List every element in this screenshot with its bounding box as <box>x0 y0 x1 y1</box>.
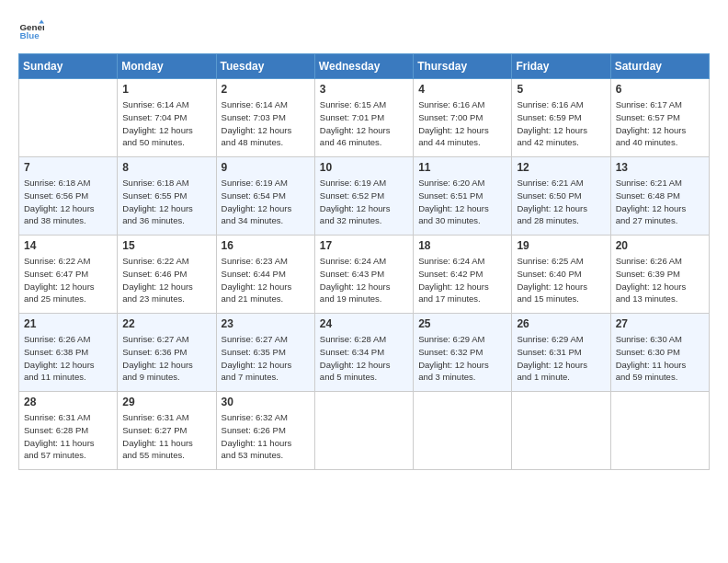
cell-content: Sunrise: 6:19 AM Sunset: 6:52 PM Dayligh… <box>320 177 408 227</box>
day-number: 26 <box>517 317 605 330</box>
day-number: 30 <box>222 396 310 408</box>
calendar-header-monday: Monday <box>118 54 216 79</box>
calendar-cell: 24Sunrise: 6:28 AM Sunset: 6:34 PM Dayli… <box>314 314 413 392</box>
svg-text:Blue: Blue <box>19 30 40 40</box>
calendar-header-row: SundayMondayTuesdayWednesdayThursdayFrid… <box>19 54 710 79</box>
cell-content: Sunrise: 6:27 AM Sunset: 6:36 PM Dayligh… <box>122 333 210 384</box>
calendar-cell: 5Sunrise: 6:16 AM Sunset: 6:59 PM Daylig… <box>512 79 610 157</box>
day-number: 11 <box>418 161 506 174</box>
calendar-cell: 29Sunrise: 6:31 AM Sunset: 6:27 PM Dayli… <box>118 392 216 470</box>
cell-content: Sunrise: 6:29 AM Sunset: 6:31 PM Dayligh… <box>517 333 605 384</box>
logo: General Blue <box>18 18 48 44</box>
cell-content: Sunrise: 6:20 AM Sunset: 6:51 PM Dayligh… <box>418 177 506 227</box>
cell-content: Sunrise: 6:24 AM Sunset: 6:42 PM Dayligh… <box>418 255 506 305</box>
day-number: 13 <box>616 161 704 174</box>
cell-content: Sunrise: 6:17 AM Sunset: 6:57 PM Dayligh… <box>616 98 704 149</box>
cell-content: Sunrise: 6:27 AM Sunset: 6:35 PM Dayligh… <box>222 333 310 384</box>
logo-icon: General Blue <box>18 18 44 44</box>
calendar-cell <box>314 392 413 470</box>
cell-content: Sunrise: 6:22 AM Sunset: 6:47 PM Dayligh… <box>24 255 112 305</box>
day-number: 5 <box>517 83 605 96</box>
calendar-cell: 19Sunrise: 6:25 AM Sunset: 6:40 PM Dayli… <box>512 236 610 314</box>
day-number: 10 <box>320 161 408 174</box>
day-number: 16 <box>222 239 310 252</box>
calendar-header-friday: Friday <box>512 54 610 79</box>
cell-content: Sunrise: 6:30 AM Sunset: 6:30 PM Dayligh… <box>616 333 704 384</box>
calendar-header-tuesday: Tuesday <box>216 54 314 79</box>
day-number: 15 <box>122 239 210 252</box>
cell-content: Sunrise: 6:31 AM Sunset: 6:27 PM Dayligh… <box>122 411 210 462</box>
day-number: 17 <box>320 239 408 252</box>
calendar-cell: 28Sunrise: 6:31 AM Sunset: 6:28 PM Dayli… <box>19 392 118 470</box>
cell-content: Sunrise: 6:18 AM Sunset: 6:56 PM Dayligh… <box>24 177 112 227</box>
calendar-header-saturday: Saturday <box>610 54 709 79</box>
day-number: 14 <box>24 239 112 252</box>
day-number: 27 <box>616 317 704 330</box>
day-number: 22 <box>122 317 210 330</box>
calendar-cell: 15Sunrise: 6:22 AM Sunset: 6:46 PM Dayli… <box>118 236 216 314</box>
day-number: 4 <box>418 83 506 96</box>
calendar-cell: 3Sunrise: 6:15 AM Sunset: 7:01 PM Daylig… <box>314 79 413 157</box>
day-number: 7 <box>24 161 112 174</box>
calendar-week-5: 28Sunrise: 6:31 AM Sunset: 6:28 PM Dayli… <box>19 392 710 470</box>
calendar-cell: 14Sunrise: 6:22 AM Sunset: 6:47 PM Dayli… <box>19 236 118 314</box>
cell-content: Sunrise: 6:16 AM Sunset: 7:00 PM Dayligh… <box>418 98 506 149</box>
cell-content: Sunrise: 6:19 AM Sunset: 6:54 PM Dayligh… <box>222 177 310 227</box>
cell-content: Sunrise: 6:28 AM Sunset: 6:34 PM Dayligh… <box>320 333 408 384</box>
calendar-header-wednesday: Wednesday <box>314 54 413 79</box>
calendar-table: SundayMondayTuesdayWednesdayThursdayFrid… <box>18 53 710 470</box>
cell-content: Sunrise: 6:32 AM Sunset: 6:26 PM Dayligh… <box>222 411 310 462</box>
calendar-week-4: 21Sunrise: 6:26 AM Sunset: 6:38 PM Dayli… <box>19 314 710 392</box>
calendar-cell: 25Sunrise: 6:29 AM Sunset: 6:32 PM Dayli… <box>414 314 512 392</box>
calendar-cell: 6Sunrise: 6:17 AM Sunset: 6:57 PM Daylig… <box>610 79 709 157</box>
cell-content: Sunrise: 6:26 AM Sunset: 6:39 PM Dayligh… <box>616 255 704 305</box>
cell-content: Sunrise: 6:15 AM Sunset: 7:01 PM Dayligh… <box>320 98 408 149</box>
calendar-cell <box>19 79 118 157</box>
calendar-cell: 23Sunrise: 6:27 AM Sunset: 6:35 PM Dayli… <box>216 314 314 392</box>
calendar-cell: 10Sunrise: 6:19 AM Sunset: 6:52 PM Dayli… <box>314 157 413 236</box>
calendar-cell: 22Sunrise: 6:27 AM Sunset: 6:36 PM Dayli… <box>118 314 216 392</box>
calendar-cell: 13Sunrise: 6:21 AM Sunset: 6:48 PM Dayli… <box>610 157 709 236</box>
day-number: 2 <box>222 83 310 96</box>
day-number: 18 <box>418 239 506 252</box>
cell-content: Sunrise: 6:31 AM Sunset: 6:28 PM Dayligh… <box>24 411 112 462</box>
day-number: 1 <box>122 83 210 96</box>
calendar-week-3: 14Sunrise: 6:22 AM Sunset: 6:47 PM Dayli… <box>19 236 710 314</box>
day-number: 8 <box>122 161 210 174</box>
calendar-cell: 21Sunrise: 6:26 AM Sunset: 6:38 PM Dayli… <box>19 314 118 392</box>
cell-content: Sunrise: 6:24 AM Sunset: 6:43 PM Dayligh… <box>320 255 408 305</box>
calendar-cell: 30Sunrise: 6:32 AM Sunset: 6:26 PM Dayli… <box>216 392 314 470</box>
calendar-cell: 20Sunrise: 6:26 AM Sunset: 6:39 PM Dayli… <box>610 236 709 314</box>
calendar-cell: 11Sunrise: 6:20 AM Sunset: 6:51 PM Dayli… <box>414 157 512 236</box>
cell-content: Sunrise: 6:14 AM Sunset: 7:03 PM Dayligh… <box>222 98 310 149</box>
day-number: 6 <box>616 83 704 96</box>
day-number: 28 <box>24 396 112 408</box>
calendar-header-thursday: Thursday <box>414 54 512 79</box>
day-number: 25 <box>418 317 506 330</box>
cell-content: Sunrise: 6:23 AM Sunset: 6:44 PM Dayligh… <box>222 255 310 305</box>
cell-content: Sunrise: 6:16 AM Sunset: 6:59 PM Dayligh… <box>517 98 605 149</box>
day-number: 12 <box>517 161 605 174</box>
calendar-cell: 9Sunrise: 6:19 AM Sunset: 6:54 PM Daylig… <box>216 157 314 236</box>
day-number: 24 <box>320 317 408 330</box>
cell-content: Sunrise: 6:26 AM Sunset: 6:38 PM Dayligh… <box>24 333 112 384</box>
calendar-cell: 7Sunrise: 6:18 AM Sunset: 6:56 PM Daylig… <box>19 157 118 236</box>
calendar-cell: 26Sunrise: 6:29 AM Sunset: 6:31 PM Dayli… <box>512 314 610 392</box>
calendar-cell: 8Sunrise: 6:18 AM Sunset: 6:55 PM Daylig… <box>118 157 216 236</box>
day-number: 3 <box>320 83 408 96</box>
calendar-cell: 18Sunrise: 6:24 AM Sunset: 6:42 PM Dayli… <box>414 236 512 314</box>
day-number: 20 <box>616 239 704 252</box>
calendar-cell: 17Sunrise: 6:24 AM Sunset: 6:43 PM Dayli… <box>314 236 413 314</box>
calendar-week-1: 1Sunrise: 6:14 AM Sunset: 7:04 PM Daylig… <box>19 79 710 157</box>
page-header: General Blue <box>18 18 710 44</box>
cell-content: Sunrise: 6:21 AM Sunset: 6:50 PM Dayligh… <box>517 177 605 227</box>
calendar-cell: 12Sunrise: 6:21 AM Sunset: 6:50 PM Dayli… <box>512 157 610 236</box>
cell-content: Sunrise: 6:25 AM Sunset: 6:40 PM Dayligh… <box>517 255 605 305</box>
calendar-cell: 1Sunrise: 6:14 AM Sunset: 7:04 PM Daylig… <box>118 79 216 157</box>
calendar-cell: 2Sunrise: 6:14 AM Sunset: 7:03 PM Daylig… <box>216 79 314 157</box>
calendar-week-2: 7Sunrise: 6:18 AM Sunset: 6:56 PM Daylig… <box>19 157 710 236</box>
day-number: 21 <box>24 317 112 330</box>
day-number: 9 <box>222 161 310 174</box>
day-number: 23 <box>222 317 310 330</box>
calendar-cell: 27Sunrise: 6:30 AM Sunset: 6:30 PM Dayli… <box>610 314 709 392</box>
